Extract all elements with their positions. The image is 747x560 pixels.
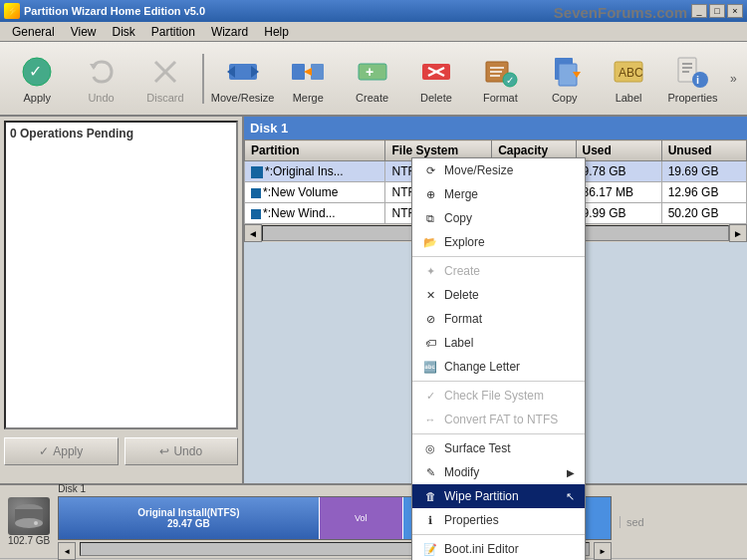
left-undo-button[interactable]: ↩ Undo: [124, 437, 239, 465]
menu-disk[interactable]: Disk: [105, 23, 143, 41]
maximize-button[interactable]: □: [709, 4, 725, 18]
close-button[interactable]: ×: [727, 4, 743, 18]
main-content: 0 Operations Pending ✓ Apply ↩ Undo Disk…: [0, 117, 747, 483]
partition-name: *:New Wind...: [245, 203, 385, 224]
svg-text:+: +: [366, 64, 374, 80]
apply-btn-icon: ✓: [39, 444, 49, 458]
ctx-check-fs: ✓ Check File System: [412, 384, 585, 408]
format-toolbar-button[interactable]: ✓ Format: [469, 47, 531, 111]
move-resize-icon: [225, 54, 261, 90]
discard-icon: [147, 54, 183, 90]
discard-label: Discard: [146, 92, 183, 104]
delete-toolbar-button[interactable]: Delete: [405, 47, 467, 111]
apply-icon: ✓: [19, 54, 55, 90]
delete-label: Delete: [420, 92, 452, 104]
ctx-wipe-partition[interactable]: 🗑 Wipe Partition ↖: [412, 484, 585, 508]
partition-info-panel: sed: [620, 516, 739, 528]
ctx-sep-4: [412, 534, 585, 535]
ctx-format[interactable]: ⊘ Format: [412, 307, 585, 331]
svg-text:i: i: [696, 74, 699, 86]
left-apply-button[interactable]: ✓ Apply: [4, 437, 119, 465]
ctx-change-letter-icon: 🔤: [422, 359, 438, 375]
disk-scroll-left[interactable]: ◄: [58, 542, 76, 560]
ctx-explore[interactable]: 📂 Explore: [412, 230, 585, 254]
svg-text:✓: ✓: [29, 63, 42, 80]
partition-unused: 50.20 GB: [661, 203, 746, 224]
partition-unused: 19.69 GB: [661, 161, 746, 182]
ctx-delete[interactable]: ✕ Delete: [412, 283, 585, 307]
merge-toolbar-button[interactable]: Merge: [277, 47, 339, 111]
toolbar: ✓ Apply Undo Discard Move/Resize Merge +: [0, 42, 747, 117]
label-icon: ABC: [611, 54, 646, 90]
disk-scroll-right[interactable]: ►: [594, 542, 612, 560]
properties-label: Properties: [667, 92, 717, 104]
svg-point-31: [692, 72, 708, 88]
discard-toolbar-button[interactable]: Discard: [134, 47, 196, 111]
menu-general[interactable]: General: [4, 23, 63, 41]
ctx-explore-label: Explore: [444, 235, 485, 249]
left-apply-label: Apply: [53, 444, 83, 458]
undo-label: Undo: [88, 92, 114, 104]
ctx-convert-fat: ↔ Convert FAT to NTFS: [412, 408, 585, 431]
merge-label: Merge: [293, 92, 324, 104]
scroll-left-button[interactable]: ◄: [244, 224, 262, 242]
copy-icon: [547, 54, 583, 90]
col-partition: Partition: [245, 140, 385, 161]
svg-text:✓: ✓: [506, 75, 514, 86]
apply-label: Apply: [23, 92, 51, 104]
format-icon: ✓: [482, 54, 518, 90]
menu-wizard[interactable]: Wizard: [203, 23, 256, 41]
ctx-modify-label: Modify: [444, 465, 479, 479]
undo-toolbar-button[interactable]: Undo: [70, 47, 131, 111]
undo-icon: [84, 54, 120, 90]
ctx-properties[interactable]: ℹ Properties: [412, 508, 585, 532]
menu-bar: General View Disk Partition Wizard Help: [0, 22, 747, 42]
ctx-format-label: Format: [444, 312, 482, 326]
partition-unused: 12.96 GB: [661, 182, 746, 203]
label-toolbar-button[interactable]: ABC Label: [598, 47, 659, 111]
ctx-move-resize[interactable]: ⟳ Move/Resize: [412, 158, 585, 182]
ctx-change-letter[interactable]: 🔤 Change Letter: [412, 355, 585, 379]
segment-original[interactable]: Original Install(NTFS) 29.47 GB: [59, 497, 319, 539]
menu-partition[interactable]: Partition: [143, 23, 203, 41]
menu-help[interactable]: Help: [256, 23, 297, 41]
ctx-bootini-icon: 📝: [422, 541, 438, 557]
watermark: SevenForums.com: [554, 4, 687, 21]
create-toolbar-button[interactable]: + Create: [341, 47, 402, 111]
svg-marker-2: [90, 64, 98, 70]
apply-toolbar-button[interactable]: ✓ Apply: [6, 47, 68, 111]
ctx-label[interactable]: 🏷 Label: [412, 331, 585, 355]
ctx-merge-label: Merge: [444, 187, 478, 201]
ctx-modify[interactable]: ✎ Modify ▶: [412, 460, 585, 484]
left-button-row: ✓ Apply ↩ Undo: [4, 437, 238, 465]
svg-rect-8: [292, 64, 305, 80]
ctx-sep-2: [412, 381, 585, 382]
segment-vol[interactable]: Vol: [320, 497, 403, 539]
ntfs-color-box: [251, 209, 261, 219]
ctx-check-fs-icon: ✓: [422, 388, 438, 404]
ctx-format-icon: ⊘: [422, 311, 438, 327]
ctx-check-fs-label: Check File System: [444, 389, 544, 403]
scroll-right-button[interactable]: ►: [729, 224, 747, 242]
ctx-change-letter-label: Change Letter: [444, 360, 520, 374]
minimize-button[interactable]: _: [691, 4, 707, 18]
ctx-label-icon: 🏷: [422, 335, 438, 351]
ctx-copy[interactable]: ⧉ Copy: [412, 206, 585, 230]
disk-icon: [8, 497, 50, 535]
move-resize-toolbar-button[interactable]: Move/Resize: [210, 47, 275, 111]
ctx-copy-label: Copy: [444, 211, 472, 225]
seg-original-name: Original Install(NTFS): [137, 507, 239, 518]
svg-point-36: [34, 521, 38, 525]
partition-name: *:Original Ins...: [245, 161, 385, 182]
toolbar-more-button[interactable]: »: [726, 47, 741, 111]
ctx-surface-test[interactable]: ◎ Surface Test: [412, 436, 585, 460]
ctx-bootini[interactable]: 📝 Boot.ini Editor: [412, 537, 585, 560]
label-label: Label: [616, 92, 642, 104]
ctx-merge[interactable]: ⊕ Merge: [412, 182, 585, 206]
app-icon: ⚡: [4, 3, 20, 19]
properties-toolbar-button[interactable]: i Properties: [661, 47, 723, 111]
ctx-sep-1: [412, 256, 585, 257]
copy-toolbar-button[interactable]: Copy: [534, 47, 596, 111]
ntfs-color-box: [251, 166, 263, 178]
menu-view[interactable]: View: [63, 23, 105, 41]
